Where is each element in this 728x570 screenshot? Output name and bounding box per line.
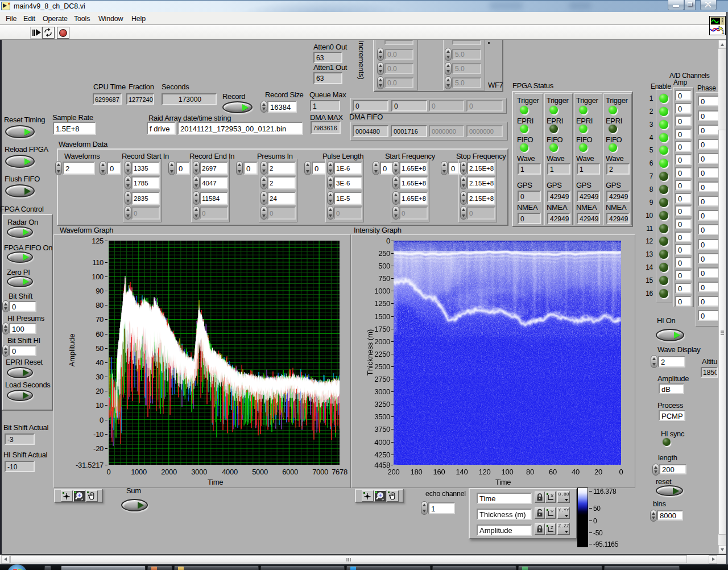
svg-text:X: X: [551, 493, 554, 498]
svg-text:1: 1: [721, 28, 725, 35]
svg-text:Z: Z: [551, 525, 553, 530]
svg-text:Y: Y: [551, 509, 554, 514]
